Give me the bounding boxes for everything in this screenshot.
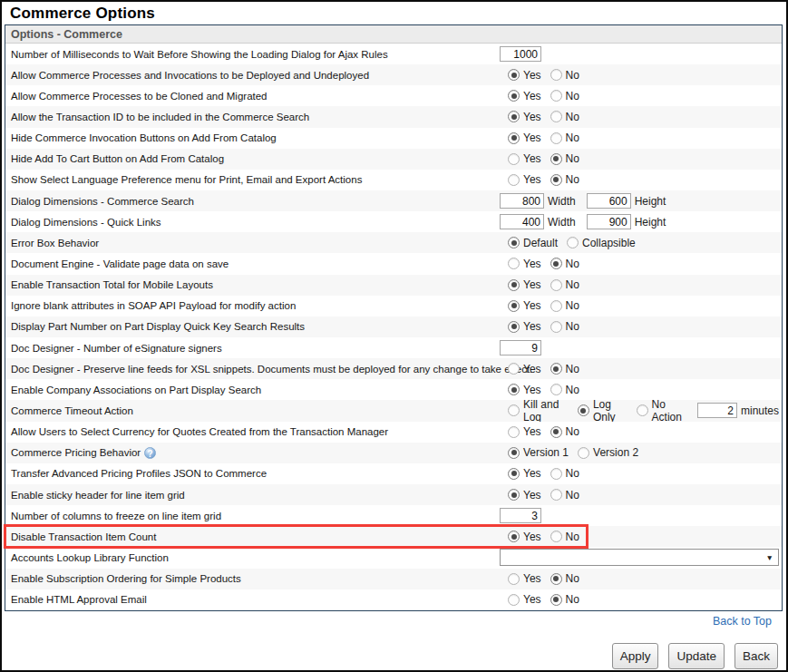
radio-label[interactable]: No [566,131,579,144]
radio-default[interactable] [508,237,520,248]
radio-label[interactable]: Yes [523,363,541,375]
radio-label[interactable]: Yes [523,489,541,502]
radio-label[interactable]: Yes [523,593,541,606]
radio-yes[interactable] [508,489,520,501]
radio-yes[interactable] [508,69,520,81]
help-icon[interactable]: ? [144,447,156,459]
width-input[interactable] [500,214,544,229]
radio-label[interactable]: Yes [523,299,541,312]
radio-no[interactable] [550,69,562,81]
radio-label[interactable]: No Action [652,398,688,424]
radio-yes[interactable] [508,258,520,269]
radio-no[interactable] [550,489,562,501]
value-input[interactable] [500,340,541,355]
radio-label[interactable]: Version 2 [593,446,638,459]
radio-no[interactable] [550,111,562,122]
radio-yes[interactable] [508,321,520,333]
radio-label[interactable]: Yes [523,278,541,291]
value-input[interactable] [500,46,541,62]
radio-no[interactable] [550,258,562,269]
back-to-top-link[interactable]: Back to Top [713,615,772,628]
radio-label[interactable]: No [566,489,579,502]
radio-label[interactable]: Yes [523,467,541,480]
radio-label[interactable]: No [566,90,579,102]
radio-label[interactable]: No [566,278,579,291]
radio-label[interactable]: Yes [523,384,541,396]
radio-label[interactable]: Yes [523,131,541,144]
radio-label[interactable]: No [566,384,579,396]
radio-no[interactable] [550,279,562,291]
radio-yes[interactable] [508,363,520,375]
back-button[interactable]: Back [734,643,778,669]
radio-label[interactable]: Yes [523,69,541,82]
radio-label[interactable]: Yes [523,90,541,102]
radio-label[interactable]: Yes [523,531,541,543]
radio-no[interactable] [550,132,562,144]
radio-label[interactable]: No [566,320,579,333]
radio-no[interactable] [550,174,562,186]
radio-label[interactable]: No [566,69,579,82]
radio-label[interactable]: No [566,299,579,312]
radio-no[interactable] [550,153,562,165]
radio-label[interactable]: Kill and Log [523,398,569,424]
radio-yes[interactable] [508,384,520,395]
radio-label[interactable]: No [566,152,579,165]
apply-button[interactable]: Apply [612,643,659,669]
radio-label[interactable]: Collapsible [582,237,636,249]
radio-no[interactable] [550,90,562,102]
radio-log-only[interactable] [578,404,589,416]
radio-label[interactable]: Yes [523,152,541,165]
radio-label[interactable]: Yes [523,111,541,123]
radio-kill-and-log[interactable] [508,404,520,416]
radio-label[interactable]: Default [523,237,558,249]
radio-label[interactable]: No [566,467,579,480]
value-input[interactable] [500,508,541,523]
radio-label[interactable]: Yes [523,320,541,333]
radio-yes[interactable] [508,531,520,542]
radio-no[interactable] [550,531,562,542]
radio-label[interactable]: No [566,258,579,270]
radio-label[interactable]: No [566,425,579,438]
radio-version-2[interactable] [578,447,589,459]
radio-yes[interactable] [508,153,520,165]
radio-yes[interactable] [508,90,520,102]
height-input[interactable] [587,214,631,229]
radio-label[interactable]: No [566,111,579,123]
radio-label[interactable]: No [566,572,579,585]
radio-yes[interactable] [508,111,520,122]
radio-yes[interactable] [508,426,520,438]
radio-no-action[interactable] [637,404,648,416]
radio-no[interactable] [550,468,562,480]
radio-no[interactable] [550,300,562,312]
radio-collapsible[interactable] [567,237,579,248]
radio-version-1[interactable] [508,447,520,459]
update-button[interactable]: Update [668,643,725,669]
radio-label[interactable]: Log Only [593,398,627,424]
radio-label[interactable]: Version 1 [523,446,569,459]
radio-no[interactable] [550,363,562,375]
radio-yes[interactable] [508,300,520,312]
radio-no[interactable] [550,426,562,438]
radio-yes[interactable] [508,132,520,144]
radio-label[interactable]: No [566,593,579,606]
radio-label[interactable]: Yes [523,258,541,270]
radio-yes[interactable] [508,573,520,585]
radio-label[interactable]: Yes [523,425,541,438]
radio-label[interactable]: No [566,173,579,186]
radio-no[interactable] [550,384,562,395]
accounts-lookup-select[interactable]: ▼ [500,549,779,566]
height-input[interactable] [587,193,631,209]
radio-no[interactable] [550,321,562,333]
radio-no[interactable] [550,594,562,606]
radio-label[interactable]: No [566,363,579,375]
radio-label[interactable]: No [566,531,579,543]
radio-label[interactable]: Yes [523,572,541,585]
radio-yes[interactable] [508,279,520,291]
radio-yes[interactable] [508,468,520,480]
width-input[interactable] [500,193,544,209]
minutes-input[interactable] [697,403,737,418]
radio-yes[interactable] [508,594,520,606]
radio-yes[interactable] [508,174,520,186]
radio-no[interactable] [550,573,562,585]
radio-label[interactable]: Yes [523,173,541,186]
